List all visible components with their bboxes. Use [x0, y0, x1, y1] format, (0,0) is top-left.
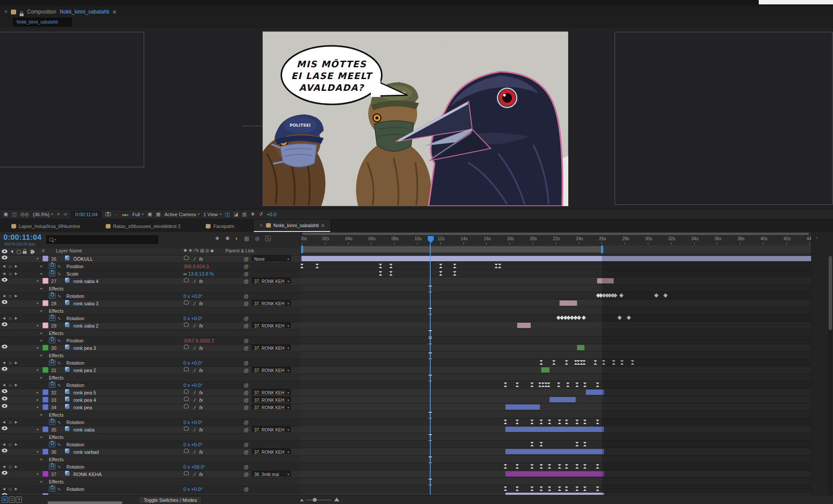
quality-switch-icon[interactable]: ∕: [194, 255, 195, 262]
track-row[interactable]: [301, 307, 811, 314]
parent-dropdown[interactable]: 37. RONK KEH▾: [252, 367, 291, 373]
prev-keyframe-icon[interactable]: ◀: [3, 441, 5, 448]
work-area-start-handle[interactable]: [301, 245, 303, 253]
fx-switch-icon[interactable]: fx: [199, 367, 203, 374]
graph-icon[interactable]: ∿: [57, 293, 61, 300]
parent-pickwhip-icon[interactable]: @: [244, 426, 249, 433]
layer-row[interactable]: ▾28ronk saba 3∕fx@37. RONK KEH▾: [0, 300, 301, 307]
layer-duration-bar[interactable]: [517, 323, 531, 328]
layer-name[interactable]: ronk pea: [73, 404, 92, 411]
keyframe-icon[interactable]: [379, 264, 383, 268]
group-name[interactable]: Effects: [49, 456, 63, 463]
shy-switch-icon[interactable]: [184, 300, 189, 304]
show-channels-icon[interactable]: [122, 212, 128, 217]
track-row[interactable]: [301, 389, 811, 396]
property-value[interactable]: 0 x +0.0°: [183, 382, 203, 389]
time-navigator-bar[interactable]: [302, 233, 809, 235]
transparency-grid-icon[interactable]: ▦: [156, 211, 160, 217]
composition-viewer[interactable]: POLITSEI POLITSEI: [0, 28, 833, 209]
time-ruler[interactable]: :00s02s04s06s08s10s12s14s16s18s20s22s24s…: [301, 232, 812, 255]
parent-dropdown[interactable]: 37. RONK KEH▾: [252, 426, 291, 432]
parent-dropdown[interactable]: None▾: [252, 255, 291, 261]
fx-switch-icon[interactable]: fx: [199, 345, 203, 352]
vertical-scrollbar[interactable]: [828, 255, 833, 495]
keyframe-icon[interactable]: [565, 420, 569, 424]
parent-pickwhip-icon[interactable]: @: [244, 367, 249, 374]
property-value[interactable]: ∞ 13.8,13.8 %: [183, 270, 214, 277]
fx-switch-icon[interactable]: fx: [199, 397, 203, 404]
layer-name[interactable]: ronk saba: [73, 426, 94, 433]
parent-pickwhip-icon[interactable]: @: [244, 278, 249, 285]
primary-viewer-icon[interactable]: ◫: [12, 211, 16, 217]
track-row[interactable]: [301, 418, 811, 426]
preview-timecode[interactable]: 0:00:11:04: [71, 211, 101, 218]
quality-switch-icon[interactable]: ∕: [194, 278, 195, 285]
quality-switch-icon[interactable]: ∕: [194, 404, 195, 411]
grid-guides-icon[interactable]: ⌗: [57, 211, 60, 217]
pickwhip-icon[interactable]: @: [244, 463, 249, 470]
track-row[interactable]: [301, 470, 811, 478]
parent-dropdown[interactable]: 37. RONK KEH▾: [252, 449, 291, 454]
snapshot-icon[interactable]: [105, 212, 111, 217]
panel-menu-icon[interactable]: ≡: [113, 9, 117, 15]
property-row[interactable]: ◀◇▶∿Rotation0 x +0.0°@: [0, 419, 301, 426]
keyframe-icon[interactable]: [612, 360, 616, 365]
group-chevron-icon[interactable]: ▸: [41, 307, 42, 314]
expand-chevron-icon[interactable]: ▾: [37, 345, 38, 352]
next-keyframe-icon[interactable]: ▶: [15, 263, 17, 270]
graph-icon[interactable]: ∿: [57, 486, 61, 493]
expand-chevron-icon[interactable]: ▾: [37, 449, 38, 456]
eye-icon[interactable]: [2, 278, 7, 282]
pickwhip-icon[interactable]: @: [244, 293, 249, 300]
quality-switch-icon[interactable]: ∕: [194, 449, 195, 456]
pickwhip-icon[interactable]: @: [244, 419, 249, 426]
fx-switch-icon[interactable]: fx: [199, 404, 203, 411]
share-view-icon[interactable]: ◎◎: [21, 211, 29, 217]
label-color-swatch[interactable]: [42, 300, 48, 306]
track-row[interactable]: [301, 478, 811, 485]
next-keyframe-icon[interactable]: ▶: [15, 441, 17, 448]
layer-name[interactable]: ronk pea 4: [73, 397, 96, 404]
group-chevron-icon[interactable]: ▸: [41, 434, 42, 441]
keyframe-icon[interactable]: [594, 360, 598, 365]
graph-icon[interactable]: ∿: [57, 419, 61, 426]
group-row[interactable]: ▸Effects: [0, 330, 301, 337]
expand-chevron-icon[interactable]: ▾: [37, 255, 38, 262]
layer-row[interactable]: ▾31ronk pea 2∕fx@37. RONK KEH▾: [0, 367, 301, 374]
keyframe-icon[interactable]: [515, 487, 519, 491]
prev-keyframe-icon[interactable]: ◀: [3, 419, 5, 426]
keyframe-icon[interactable]: [581, 316, 586, 320]
group-name[interactable]: Effects: [49, 330, 63, 337]
property-value[interactable]: 2067.9,1832.2: [183, 337, 214, 344]
keyframe-icon[interactable]: [583, 383, 587, 387]
layer-row[interactable]: ▾35ronk saba∕fx@37. RONK KEH▾: [0, 426, 301, 434]
track-row[interactable]: [301, 344, 811, 352]
show-snapshot-icon[interactable]: ◌: [115, 212, 118, 217]
stopwatch-icon[interactable]: [49, 441, 55, 447]
pickwhip-icon[interactable]: @: [244, 382, 249, 389]
track-row[interactable]: [301, 485, 811, 493]
track-area[interactable]: [301, 255, 811, 495]
tab-menu-icon[interactable]: ≡: [321, 223, 324, 228]
track-row[interactable]: [301, 366, 811, 374]
keyframe-icon[interactable]: [565, 487, 569, 491]
property-chevron-icon[interactable]: ▸: [41, 337, 42, 344]
track-row[interactable]: [301, 270, 811, 277]
group-row[interactable]: ▸Effects: [0, 411, 301, 419]
eye-icon[interactable]: [2, 471, 7, 475]
parent-pickwhip-icon[interactable]: @: [244, 300, 249, 307]
track-row[interactable]: [301, 441, 811, 448]
keyframe-icon[interactable]: [583, 464, 587, 469]
expand-chevron-icon[interactable]: ▾: [37, 322, 38, 329]
current-timecode[interactable]: 0:00:11:04: [3, 233, 41, 242]
expand-chevron-icon[interactable]: ▸: [37, 389, 38, 396]
property-value[interactable]: 266.0,824.3: [183, 263, 209, 270]
unlock-icon[interactable]: [20, 14, 24, 16]
next-keyframe-icon[interactable]: ▶: [15, 463, 17, 470]
group-chevron-icon[interactable]: ▸: [41, 411, 42, 418]
layer-duration-bar[interactable]: [597, 278, 614, 283]
shy-switch-icon[interactable]: [184, 397, 189, 401]
timeline-zoom-slider[interactable]: [306, 500, 331, 501]
property-name[interactable]: Rotation: [66, 419, 84, 426]
property-chevron-icon[interactable]: ▸: [41, 263, 42, 270]
